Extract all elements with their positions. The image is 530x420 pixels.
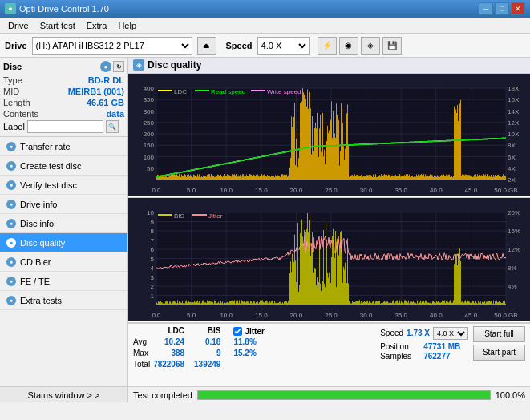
nav-item-disc-info[interactable]: ●Disc info (0, 214, 127, 233)
disc-title: Disc (3, 62, 22, 71)
max-label: Max (133, 349, 150, 360)
menu-help[interactable]: Help (113, 19, 141, 32)
disc-mid-label: MID (3, 87, 19, 96)
menu-drive[interactable]: Drive (3, 19, 34, 32)
total-label: Total (133, 360, 150, 371)
samples-value: 762277 (423, 352, 450, 361)
nav-label-1: Create test disc (20, 161, 81, 171)
main-layout: Disc ● ↻ Type BD-R DL MID MEIRB1 (001) L… (0, 58, 530, 386)
speed-stat-select[interactable]: 4.0 X (433, 327, 468, 340)
status-window-button[interactable]: Status window > > (0, 387, 128, 402)
sidebar: Disc ● ↻ Type BD-R DL MID MEIRB1 (001) L… (0, 58, 128, 386)
top-chart-wrapper (128, 74, 530, 199)
nav-item-drive-info[interactable]: ●Drive info (0, 195, 127, 214)
menu-bar: Drive Start test Extra Help (0, 18, 530, 34)
minimize-button[interactable]: ─ (479, 2, 493, 15)
avg-label: Avg (133, 337, 150, 349)
drive-icon-1[interactable]: ⚡ (318, 37, 337, 55)
nav-item-create-test-disc[interactable]: ●Create test disc (0, 156, 127, 176)
total-bis: 139249 (194, 360, 220, 371)
nav-label-7: FE / TE (20, 277, 50, 286)
position-value: 47731 MB (423, 342, 460, 351)
drive-label: Drive (5, 41, 27, 50)
nav-icon-5: ● (6, 238, 16, 248)
disc-contents-label: Contents (3, 109, 38, 119)
disc-label-input[interactable] (27, 120, 103, 133)
disc-contents-value: data (106, 109, 124, 119)
nav-icon-7: ● (6, 277, 16, 286)
disc-label-btn[interactable]: 🔍 (106, 120, 119, 133)
title-bar-left: ● Opti Drive Control 1.70 (5, 3, 109, 14)
disc-mid-value: MEIRB1 (001) (68, 87, 124, 96)
drive-select[interactable]: (H:) ATAPI iHBS312 2 PL17 (32, 37, 192, 55)
start-full-button[interactable]: Start full (473, 326, 525, 342)
bottom-bar: Status window > > Test completed 100.0% (0, 386, 530, 402)
nav-item-transfer-rate[interactable]: ●Transfer rate (0, 137, 127, 156)
jitter-label: Jitter (245, 327, 264, 336)
nav-label-6: CD Bler (20, 257, 51, 267)
speed-stat-label: Speed (380, 329, 403, 337)
progress-percent: 100.0% (496, 390, 525, 400)
avg-ldc: 10.24 (164, 337, 184, 349)
menu-start-test[interactable]: Start test (35, 19, 80, 32)
avg-bis: 0.18 (205, 337, 220, 349)
disc-contents-row: Contents data (3, 109, 124, 119)
position-section: Position 47731 MB Samples 762277 (380, 342, 468, 361)
start-part-button[interactable]: Start part (473, 345, 525, 361)
title-bar-controls: ─ □ ✕ (479, 2, 525, 15)
nav-icon-6: ● (6, 257, 16, 267)
drive-action-icons: ⚡ ◉ ◈ 💾 (318, 37, 402, 55)
app-icon: ● (5, 3, 16, 14)
nav-label-8: Extra tests (20, 296, 62, 305)
stats-label-col: Avg Max Total (133, 326, 150, 371)
disc-length-label: Length (3, 98, 30, 107)
chart-icon: ◈ (133, 59, 144, 71)
top-chart-canvas (128, 74, 530, 196)
nav-icon-3: ● (6, 200, 16, 209)
disc-length-row: Length 46.61 GB (3, 98, 124, 107)
max-bis: 9 (216, 349, 221, 360)
eject-button[interactable]: ⏏ (197, 37, 216, 55)
speed-select[interactable]: 4.0 X (257, 37, 310, 55)
nav-icon-8: ● (6, 296, 16, 305)
samples-label: Samples (380, 352, 420, 361)
app-title: Opti Drive Control 1.70 (19, 4, 109, 14)
nav-item-fe---te[interactable]: ●FE / TE (0, 272, 127, 291)
menu-extra[interactable]: Extra (82, 19, 112, 32)
avg-jitter: 11.8% (233, 337, 264, 349)
bis-col: BIS 0.18 9 139249 (194, 326, 220, 371)
samples-row: Samples 762277 (380, 352, 468, 361)
disc-mid-row: MID MEIRB1 (001) (3, 87, 124, 96)
nav-label-4: Disc info (20, 219, 54, 228)
drive-icon-2[interactable]: ◉ (339, 37, 358, 55)
nav-item-extra-tests[interactable]: ●Extra tests (0, 291, 127, 310)
speed-label: Speed (226, 41, 253, 50)
status-text: Test completed (133, 390, 192, 400)
position-row: Position 47731 MB (380, 342, 468, 351)
max-jitter: 15.2% (233, 349, 264, 360)
nav-item-cd-bler[interactable]: ●CD Bler (0, 252, 127, 272)
jitter-checkbox[interactable] (233, 327, 242, 336)
disc-type-row: Type BD-R DL (3, 75, 124, 85)
nav-label-5: Disc quality (20, 238, 65, 248)
nav-label-0: Transfer rate (20, 142, 71, 151)
progress-area: Test completed 100.0% (128, 387, 530, 402)
speed-row: Speed 1.73 X 4.0 X (380, 326, 468, 341)
max-ldc: 388 (171, 349, 184, 360)
disc-header: Disc ● ↻ (3, 61, 124, 72)
maximize-button[interactable]: □ (495, 2, 509, 15)
content-area: ◈ Disc quality Avg (128, 58, 530, 386)
position-label: Position (380, 342, 420, 351)
speed-position-col: Speed 1.73 X 4.0 X Position 47731 MB (380, 326, 468, 361)
disc-label-row: Label 🔍 (3, 120, 124, 133)
nav-item-disc-quality[interactable]: ●Disc quality (0, 233, 127, 252)
drive-icon-3[interactable]: ◈ (361, 37, 380, 55)
bottom-chart-canvas (128, 198, 530, 321)
disc-refresh-btn[interactable]: ↻ (113, 61, 124, 72)
progress-bar-fill (198, 391, 490, 399)
title-bar: ● Opti Drive Control 1.70 ─ □ ✕ (0, 0, 530, 18)
close-button[interactable]: ✕ (511, 2, 525, 15)
drive-icon-save[interactable]: 💾 (382, 37, 402, 55)
chart-header: ◈ Disc quality (128, 58, 530, 74)
nav-item-verify-test-disc[interactable]: ●Verify test disc (0, 176, 127, 195)
